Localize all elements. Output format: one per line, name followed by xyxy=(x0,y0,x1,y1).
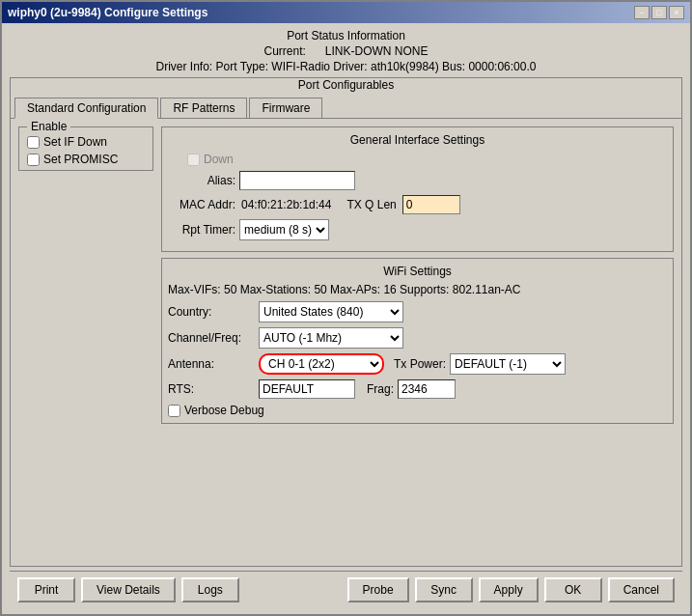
cancel-button[interactable]: Cancel xyxy=(608,577,675,602)
verbose-checkbox[interactable] xyxy=(168,405,180,417)
down-checkbox xyxy=(187,154,200,166)
verbose-row: Verbose Debug xyxy=(168,404,667,417)
down-label: Down xyxy=(204,153,234,166)
set-if-down-label: Set IF Down xyxy=(43,135,107,149)
alias-label: Alias: xyxy=(168,174,235,187)
enable-group: Enable Set IF Down Set PROMISC xyxy=(18,126,153,171)
window-content: Port Status Information Current: LINK-DO… xyxy=(2,23,690,614)
window-title: wiphy0 (2u-9984) Configure Settings xyxy=(8,6,208,19)
driver-row: Driver Info: Port Type: WIFI-Radio Drive… xyxy=(10,60,682,73)
general-section: General Interface Settings Down Alias: M… xyxy=(161,126,674,252)
minimize-button[interactable]: − xyxy=(634,6,650,19)
tab-rf-patterns[interactable]: RF Patterns xyxy=(160,98,247,118)
antenna-select[interactable]: CH 0-1 (2x2) xyxy=(259,353,384,375)
sync-button[interactable]: Sync xyxy=(415,577,473,602)
logs-button[interactable]: Logs xyxy=(181,577,239,602)
title-bar: wiphy0 (2u-9984) Configure Settings − □ … xyxy=(2,2,690,23)
print-button[interactable]: Print xyxy=(17,577,75,602)
rts-input[interactable] xyxy=(259,379,355,399)
set-promisc-label: Set PROMISC xyxy=(43,153,118,166)
tx-power-label: Tx Power: xyxy=(394,357,446,371)
country-label: Country: xyxy=(168,305,255,319)
set-if-down-checkbox[interactable] xyxy=(27,136,40,149)
country-row: Country: United States (840) xyxy=(168,301,667,322)
bottom-bar: Print View Details Logs Probe Sync Apply… xyxy=(10,571,682,608)
txq-input[interactable] xyxy=(402,195,460,214)
probe-button[interactable]: Probe xyxy=(347,577,409,602)
view-details-button[interactable]: View Details xyxy=(81,577,176,602)
wifi-info-row: Max-VIFs: 50 Max-Stations: 50 Max-APs: 1… xyxy=(168,283,667,296)
right-panel: General Interface Settings Down Alias: M… xyxy=(161,126,674,558)
tab-firmware[interactable]: Firmware xyxy=(249,98,322,118)
main-window: wiphy0 (2u-9984) Configure Settings − □ … xyxy=(0,0,692,616)
tab-content: Enable Set IF Down Set PROMISC xyxy=(11,118,681,566)
country-select[interactable]: United States (840) xyxy=(259,301,403,322)
current-value: LINK-DOWN NONE xyxy=(325,44,429,58)
bottom-right-buttons: Probe Sync Apply OK Cancel xyxy=(347,577,675,602)
antenna-row: Antenna: CH 0-1 (2x2) Tx Power: DEFAULT … xyxy=(168,353,667,375)
set-if-down-row: Set IF Down xyxy=(27,135,145,149)
wifi-section: WiFi Settings Max-VIFs: 50 Max-Stations:… xyxy=(161,258,674,424)
tabs-header: Standard Configuration RF Patterns Firmw… xyxy=(11,94,681,118)
rts-frag-row: RTS: Frag: xyxy=(168,379,667,399)
alias-row: Alias: xyxy=(168,171,667,190)
apply-button[interactable]: Apply xyxy=(479,577,539,602)
bottom-left-buttons: Print View Details Logs xyxy=(17,577,239,602)
driver-value: Port Type: WIFI-Radio Driver: ath10k(998… xyxy=(216,60,537,73)
txq-label: TX Q Len xyxy=(346,198,396,211)
rts-label: RTS: xyxy=(168,382,255,396)
verbose-label: Verbose Debug xyxy=(184,404,264,417)
frag-input[interactable] xyxy=(398,379,456,399)
maximize-button[interactable]: □ xyxy=(651,6,667,19)
tab-standard[interactable]: Standard Configuration xyxy=(14,98,158,119)
general-title: General Interface Settings xyxy=(168,133,667,147)
mac-row: MAC Addr: 04:f0:21:2b:1d:44 TX Q Len xyxy=(168,195,667,214)
frag-label: Frag: xyxy=(367,382,394,396)
status-row: Current: LINK-DOWN NONE xyxy=(10,44,682,58)
alias-input[interactable] xyxy=(239,171,355,190)
driver-label: Driver Info: xyxy=(156,60,213,73)
enable-legend: Enable xyxy=(27,120,70,133)
rpt-label: Rpt Timer: xyxy=(168,223,235,237)
mac-label: MAC Addr: xyxy=(168,198,235,211)
rpt-select[interactable]: medium (8 s) xyxy=(239,219,329,240)
tx-power-select[interactable]: DEFAULT (-1) xyxy=(450,353,566,375)
channel-select[interactable]: AUTO (-1 Mhz) xyxy=(259,327,403,349)
channel-label: Channel/Freq: xyxy=(168,331,255,345)
tabs-container: Port Configurables Standard Configuratio… xyxy=(10,77,682,567)
rpt-row: Rpt Timer: medium (8 s) xyxy=(168,219,667,240)
title-bar-buttons: − □ × xyxy=(634,6,684,19)
wifi-title: WiFi Settings xyxy=(168,265,667,278)
antenna-label: Antenna: xyxy=(168,357,255,371)
set-promisc-row: Set PROMISC xyxy=(27,153,145,166)
ok-button[interactable]: OK xyxy=(544,577,602,602)
port-configurables-title: Port Configurables xyxy=(11,78,681,92)
current-label: Current: xyxy=(263,44,305,58)
close-button[interactable]: × xyxy=(669,6,684,19)
channel-row: Channel/Freq: AUTO (-1 Mhz) xyxy=(168,327,667,349)
set-promisc-checkbox[interactable] xyxy=(27,154,40,166)
left-panel: Enable Set IF Down Set PROMISC xyxy=(18,126,153,558)
mac-value: 04:f0:21:2b:1d:44 xyxy=(241,198,331,211)
down-row: Down xyxy=(168,153,667,166)
port-status-section: Port Status Information Current: LINK-DO… xyxy=(10,29,682,73)
wifi-info: Max-VIFs: 50 Max-Stations: 50 Max-APs: 1… xyxy=(168,283,521,296)
port-status-title: Port Status Information xyxy=(10,29,682,42)
